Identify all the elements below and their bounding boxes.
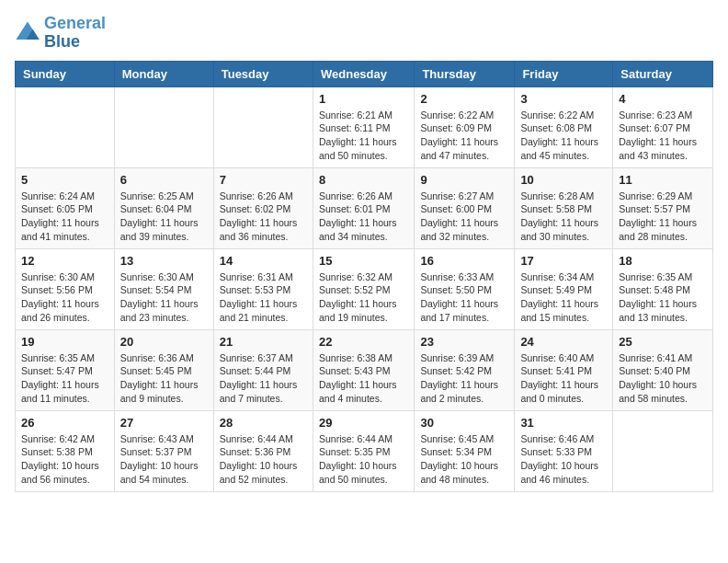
calendar-cell: 31Sunrise: 6:46 AM Sunset: 5:33 PM Dayli… — [515, 410, 613, 491]
day-number: 19 — [21, 335, 108, 349]
day-info: Sunrise: 6:27 AM Sunset: 6:00 PM Dayligh… — [420, 190, 508, 244]
day-info: Sunrise: 6:26 AM Sunset: 6:02 PM Dayligh… — [220, 190, 307, 244]
calendar-cell: 14Sunrise: 6:31 AM Sunset: 5:53 PM Dayli… — [213, 248, 313, 329]
day-number: 31 — [520, 416, 607, 430]
weekday-saturday: Saturday — [613, 61, 713, 86]
day-number: 27 — [120, 416, 208, 430]
day-info: Sunrise: 6:41 AM Sunset: 5:40 PM Dayligh… — [619, 351, 707, 406]
day-info: Sunrise: 6:30 AM Sunset: 5:54 PM Dayligh… — [120, 270, 208, 325]
day-number: 1 — [319, 92, 408, 106]
day-number: 28 — [220, 416, 307, 430]
day-number: 7 — [220, 173, 307, 187]
day-info: Sunrise: 6:29 AM Sunset: 5:57 PM Dayligh… — [619, 190, 707, 244]
day-number: 12 — [21, 254, 108, 268]
day-info: Sunrise: 6:26 AM Sunset: 6:01 PM Dayligh… — [319, 190, 408, 244]
calendar-cell: 1Sunrise: 6:21 AM Sunset: 6:11 PM Daylig… — [313, 86, 414, 167]
calendar-cell — [16, 86, 115, 167]
weekday-thursday: Thursday — [415, 61, 515, 86]
day-number: 11 — [619, 173, 707, 187]
page-header: General Blue — [15, 15, 713, 52]
calendar-cell: 23Sunrise: 6:39 AM Sunset: 5:42 PM Dayli… — [415, 329, 515, 410]
logo-text: General Blue — [44, 15, 106, 52]
week-row-5: 26Sunrise: 6:42 AM Sunset: 5:38 PM Dayli… — [16, 410, 713, 491]
day-info: Sunrise: 6:44 AM Sunset: 5:35 PM Dayligh… — [319, 432, 408, 487]
day-number: 23 — [420, 335, 508, 349]
day-info: Sunrise: 6:21 AM Sunset: 6:11 PM Dayligh… — [319, 109, 408, 163]
calendar-cell: 27Sunrise: 6:43 AM Sunset: 5:37 PM Dayli… — [114, 410, 213, 491]
day-number: 25 — [619, 335, 707, 349]
day-info: Sunrise: 6:24 AM Sunset: 6:05 PM Dayligh… — [21, 190, 108, 244]
day-info: Sunrise: 6:38 AM Sunset: 5:43 PM Dayligh… — [319, 351, 408, 406]
week-row-1: 1Sunrise: 6:21 AM Sunset: 6:11 PM Daylig… — [16, 86, 713, 167]
calendar-cell — [613, 410, 713, 491]
day-number: 13 — [120, 254, 208, 268]
day-info: Sunrise: 6:22 AM Sunset: 6:09 PM Dayligh… — [420, 109, 508, 163]
week-row-2: 5Sunrise: 6:24 AM Sunset: 6:05 PM Daylig… — [16, 167, 713, 248]
calendar-cell: 8Sunrise: 6:26 AM Sunset: 6:01 PM Daylig… — [313, 167, 414, 248]
day-number: 9 — [420, 173, 508, 187]
day-number: 30 — [420, 416, 508, 430]
day-info: Sunrise: 6:25 AM Sunset: 6:04 PM Dayligh… — [120, 190, 208, 244]
day-info: Sunrise: 6:30 AM Sunset: 5:56 PM Dayligh… — [21, 270, 108, 325]
day-number: 8 — [319, 173, 408, 187]
day-number: 20 — [120, 335, 208, 349]
day-info: Sunrise: 6:23 AM Sunset: 6:07 PM Dayligh… — [619, 109, 707, 163]
calendar-cell: 18Sunrise: 6:35 AM Sunset: 5:48 PM Dayli… — [613, 248, 713, 329]
calendar-cell: 9Sunrise: 6:27 AM Sunset: 6:00 PM Daylig… — [415, 167, 515, 248]
day-info: Sunrise: 6:28 AM Sunset: 5:58 PM Dayligh… — [520, 190, 607, 244]
calendar-cell: 29Sunrise: 6:44 AM Sunset: 5:35 PM Dayli… — [313, 410, 414, 491]
calendar-cell: 6Sunrise: 6:25 AM Sunset: 6:04 PM Daylig… — [114, 167, 213, 248]
calendar-cell: 21Sunrise: 6:37 AM Sunset: 5:44 PM Dayli… — [213, 329, 313, 410]
day-info: Sunrise: 6:34 AM Sunset: 5:49 PM Dayligh… — [520, 270, 607, 325]
day-info: Sunrise: 6:35 AM Sunset: 5:47 PM Dayligh… — [21, 351, 108, 406]
weekday-sunday: Sunday — [16, 61, 115, 86]
calendar-cell: 11Sunrise: 6:29 AM Sunset: 5:57 PM Dayli… — [613, 167, 713, 248]
day-number: 2 — [420, 92, 508, 106]
weekday-wednesday: Wednesday — [313, 61, 414, 86]
calendar-cell: 17Sunrise: 6:34 AM Sunset: 5:49 PM Dayli… — [515, 248, 613, 329]
calendar-cell — [213, 86, 313, 167]
day-info: Sunrise: 6:37 AM Sunset: 5:44 PM Dayligh… — [220, 351, 307, 406]
day-info: Sunrise: 6:22 AM Sunset: 6:08 PM Dayligh… — [520, 109, 607, 163]
calendar-cell: 28Sunrise: 6:44 AM Sunset: 5:36 PM Dayli… — [213, 410, 313, 491]
calendar-cell: 10Sunrise: 6:28 AM Sunset: 5:58 PM Dayli… — [515, 167, 613, 248]
calendar-cell — [114, 86, 213, 167]
weekday-monday: Monday — [114, 61, 213, 86]
calendar-cell: 22Sunrise: 6:38 AM Sunset: 5:43 PM Dayli… — [313, 329, 414, 410]
calendar-cell: 20Sunrise: 6:36 AM Sunset: 5:45 PM Dayli… — [114, 329, 213, 410]
calendar-cell: 26Sunrise: 6:42 AM Sunset: 5:38 PM Dayli… — [16, 410, 115, 491]
calendar-cell: 12Sunrise: 6:30 AM Sunset: 5:56 PM Dayli… — [16, 248, 115, 329]
day-number: 21 — [220, 335, 307, 349]
calendar-cell: 2Sunrise: 6:22 AM Sunset: 6:09 PM Daylig… — [415, 86, 515, 167]
weekday-header-row: SundayMondayTuesdayWednesdayThursdayFrid… — [16, 61, 713, 86]
weekday-friday: Friday — [515, 61, 613, 86]
calendar-cell: 25Sunrise: 6:41 AM Sunset: 5:40 PM Dayli… — [613, 329, 713, 410]
day-number: 4 — [619, 92, 707, 106]
calendar-cell: 19Sunrise: 6:35 AM Sunset: 5:47 PM Dayli… — [16, 329, 115, 410]
logo: General Blue — [15, 15, 106, 52]
week-row-3: 12Sunrise: 6:30 AM Sunset: 5:56 PM Dayli… — [16, 248, 713, 329]
day-number: 3 — [520, 92, 607, 106]
calendar-table: SundayMondayTuesdayWednesdayThursdayFrid… — [15, 61, 713, 492]
day-number: 26 — [21, 416, 108, 430]
day-info: Sunrise: 6:40 AM Sunset: 5:41 PM Dayligh… — [520, 351, 607, 406]
logo-icon — [15, 20, 40, 46]
day-info: Sunrise: 6:31 AM Sunset: 5:53 PM Dayligh… — [220, 270, 307, 325]
calendar-cell: 15Sunrise: 6:32 AM Sunset: 5:52 PM Dayli… — [313, 248, 414, 329]
calendar-cell: 30Sunrise: 6:45 AM Sunset: 5:34 PM Dayli… — [415, 410, 515, 491]
day-info: Sunrise: 6:45 AM Sunset: 5:34 PM Dayligh… — [420, 432, 508, 487]
day-info: Sunrise: 6:46 AM Sunset: 5:33 PM Dayligh… — [520, 432, 607, 487]
calendar-cell: 3Sunrise: 6:22 AM Sunset: 6:08 PM Daylig… — [515, 86, 613, 167]
calendar-cell: 4Sunrise: 6:23 AM Sunset: 6:07 PM Daylig… — [613, 86, 713, 167]
week-row-4: 19Sunrise: 6:35 AM Sunset: 5:47 PM Dayli… — [16, 329, 713, 410]
day-number: 22 — [319, 335, 408, 349]
day-number: 6 — [120, 173, 208, 187]
calendar-cell: 24Sunrise: 6:40 AM Sunset: 5:41 PM Dayli… — [515, 329, 613, 410]
calendar-cell: 7Sunrise: 6:26 AM Sunset: 6:02 PM Daylig… — [213, 167, 313, 248]
calendar-cell: 16Sunrise: 6:33 AM Sunset: 5:50 PM Dayli… — [415, 248, 515, 329]
day-number: 15 — [319, 254, 408, 268]
day-info: Sunrise: 6:44 AM Sunset: 5:36 PM Dayligh… — [220, 432, 307, 487]
day-number: 5 — [21, 173, 108, 187]
day-info: Sunrise: 6:43 AM Sunset: 5:37 PM Dayligh… — [120, 432, 208, 487]
day-info: Sunrise: 6:35 AM Sunset: 5:48 PM Dayligh… — [619, 270, 707, 325]
